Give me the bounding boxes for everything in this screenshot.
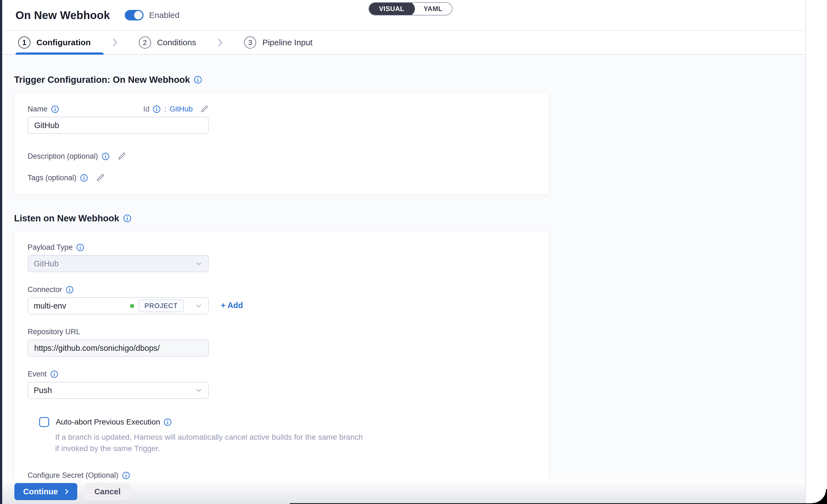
chevron-right-icon bbox=[63, 488, 70, 495]
enabled-toggle[interactable] bbox=[125, 10, 144, 20]
listen-card: Payload Type GitHub Connector multi-env … bbox=[14, 231, 549, 504]
info-icon[interactable] bbox=[80, 174, 88, 182]
continue-button[interactable]: Continue bbox=[14, 483, 77, 500]
secret-label-group: Configure Secret (Optional) bbox=[28, 471, 536, 480]
info-icon[interactable] bbox=[76, 244, 84, 251]
help-line: if invoked by the same Trigger. bbox=[55, 443, 536, 454]
tab-configuration[interactable]: 1 Configuration bbox=[18, 37, 91, 49]
section-title-text: Trigger Configuration: On New Webhook bbox=[14, 74, 190, 85]
description-label-group: Description (optional) bbox=[28, 152, 110, 161]
edit-id-pencil-icon[interactable] bbox=[200, 105, 209, 113]
payload-type-label-group: Payload Type bbox=[28, 243, 536, 252]
name-id-row: Name Id : GitHub bbox=[28, 105, 209, 113]
connector-label: Connector bbox=[28, 286, 62, 294]
step-number-badge: 1 bbox=[18, 37, 30, 49]
chevron-down-icon bbox=[195, 302, 203, 310]
toggle-knob bbox=[134, 10, 143, 20]
repo-url-input[interactable] bbox=[28, 340, 209, 357]
tags-label: Tags (optional) bbox=[28, 173, 77, 182]
step-label: Conditions bbox=[157, 38, 196, 47]
window-left-edge bbox=[0, 0, 2, 504]
auto-abort-label-group: Auto-abort Previous Execution bbox=[56, 418, 172, 426]
description-row: Description (optional) bbox=[28, 152, 536, 161]
chevron-down-icon bbox=[195, 387, 203, 394]
info-icon[interactable] bbox=[194, 75, 202, 84]
background-page-strip bbox=[805, 0, 827, 504]
continue-label: Continue bbox=[23, 487, 58, 496]
step-number-badge: 3 bbox=[244, 37, 256, 49]
repo-url-label: Repository URL bbox=[28, 327, 80, 336]
name-input[interactable] bbox=[28, 117, 209, 134]
auto-abort-checkbox[interactable] bbox=[39, 417, 49, 427]
tab-conditions[interactable]: 2 Conditions bbox=[139, 37, 196, 49]
cancel-button[interactable]: Cancel bbox=[85, 483, 131, 500]
tab-pipeline-input[interactable]: 3 Pipeline Input bbox=[244, 37, 312, 49]
enabled-toggle-group: Enabled bbox=[125, 10, 180, 20]
edit-description-pencil-icon[interactable] bbox=[117, 152, 127, 161]
info-icon[interactable] bbox=[123, 214, 131, 222]
connector-select[interactable]: multi-env PROJECT bbox=[28, 297, 209, 314]
payload-type-value: GitHub bbox=[34, 259, 192, 268]
info-icon[interactable] bbox=[66, 286, 74, 294]
wizard-tabs: 1 Configuration 2 Conditions 3 Pipeline … bbox=[2, 31, 805, 55]
section-title-text: Listen on New Webhook bbox=[14, 213, 119, 223]
visual-yaml-toggle: VISUAL YAML bbox=[369, 2, 452, 15]
event-label: Event bbox=[28, 370, 47, 379]
event-label-group: Event bbox=[28, 370, 536, 379]
connector-value: multi-env bbox=[34, 301, 130, 310]
wizard-content: Trigger Configuration: On New Webhook Na… bbox=[2, 74, 805, 504]
auto-abort-label: Auto-abort Previous Execution bbox=[56, 418, 160, 426]
tags-label-group: Tags (optional) bbox=[28, 173, 88, 182]
id-group: Id : GitHub bbox=[143, 105, 209, 113]
trigger-configuration-card: Name Id : GitHub Description (optional) bbox=[14, 92, 549, 195]
info-icon[interactable] bbox=[164, 418, 172, 426]
info-icon[interactable] bbox=[50, 370, 58, 378]
visual-toggle-button[interactable]: VISUAL bbox=[369, 2, 415, 15]
connector-row: multi-env PROJECT + Add bbox=[28, 294, 536, 314]
name-label-group: Name bbox=[28, 105, 59, 113]
id-label: Id bbox=[143, 105, 150, 113]
description-label: Description (optional) bbox=[28, 152, 98, 161]
trigger-configuration-section-title: Trigger Configuration: On New Webhook bbox=[14, 74, 805, 85]
cancel-label: Cancel bbox=[94, 487, 120, 496]
id-separator: : bbox=[164, 105, 166, 113]
step-label: Configuration bbox=[37, 38, 91, 47]
name-label: Name bbox=[28, 105, 47, 113]
window-rounded-corner bbox=[812, 489, 827, 504]
step-number-badge: 2 bbox=[139, 37, 151, 49]
step-label: Pipeline Input bbox=[262, 38, 312, 47]
chevron-right-icon bbox=[216, 38, 224, 47]
listen-section-title: Listen on New Webhook bbox=[14, 213, 805, 223]
tags-row: Tags (optional) bbox=[28, 173, 536, 183]
trigger-wizard-drawer: On New Webhook Enabled VISUAL YAML 1 Con… bbox=[2, 0, 805, 504]
info-icon[interactable] bbox=[102, 152, 110, 160]
wizard-footer: Continue Cancel bbox=[2, 479, 805, 504]
chevron-right-icon bbox=[111, 38, 119, 47]
info-icon[interactable] bbox=[153, 105, 161, 113]
help-line: If a branch is updated, Harness will aut… bbox=[55, 432, 536, 443]
payload-type-select: GitHub bbox=[28, 255, 209, 272]
chevron-down-icon bbox=[195, 260, 203, 267]
add-connector-button[interactable]: + Add bbox=[221, 301, 243, 310]
auto-abort-row: Auto-abort Previous Execution bbox=[39, 417, 536, 427]
event-value: Push bbox=[34, 386, 192, 395]
id-value-link[interactable]: GitHub bbox=[169, 105, 193, 113]
connector-scope-badge: PROJECT bbox=[139, 299, 184, 312]
auto-abort-help-text: If a branch is updated, Harness will aut… bbox=[55, 432, 536, 454]
info-icon[interactable] bbox=[122, 471, 130, 480]
connector-status-dot bbox=[130, 304, 134, 308]
drawer-header: On New Webhook Enabled VISUAL YAML bbox=[2, 0, 805, 31]
connector-label-group: Connector bbox=[28, 286, 536, 294]
active-tab-indicator bbox=[15, 52, 104, 55]
secret-label: Configure Secret (Optional) bbox=[28, 471, 118, 480]
enabled-label: Enabled bbox=[149, 10, 180, 20]
payload-type-label: Payload Type bbox=[28, 243, 72, 252]
edit-tags-pencil-icon[interactable] bbox=[96, 173, 105, 183]
repo-url-label-group: Repository URL bbox=[28, 327, 536, 336]
yaml-toggle-button[interactable]: YAML bbox=[414, 2, 452, 15]
info-icon[interactable] bbox=[51, 105, 59, 113]
page-title: On New Webhook bbox=[15, 9, 110, 21]
event-select[interactable]: Push bbox=[28, 382, 209, 399]
